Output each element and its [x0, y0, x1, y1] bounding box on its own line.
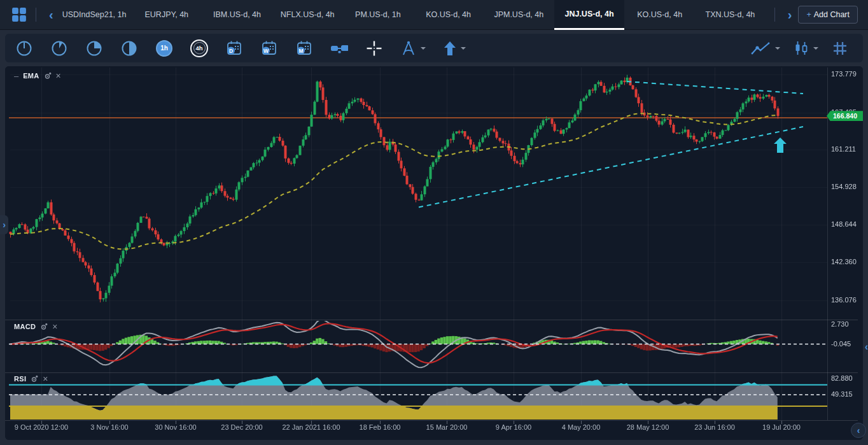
chevron-left-icon[interactable]: ‹: [45, 8, 57, 21]
timeframe-1m-button[interactable]: [15, 39, 33, 57]
timeframe-15m-button[interactable]: [85, 39, 103, 57]
timeframe-4h-label: 4h: [195, 45, 202, 52]
divider: [36, 8, 36, 22]
drawing-tools-button[interactable]: [400, 40, 426, 57]
rsi-label: RSI: [14, 375, 26, 383]
ema-label: EMA: [23, 72, 39, 80]
add-chart-label: Add Chart: [814, 10, 850, 19]
chart-toolbar: 1h 4h D W M: [5, 34, 863, 62]
collapse-icon[interactable]: –: [14, 72, 18, 80]
settings-gear-icon[interactable]: [31, 375, 38, 383]
chevron-down-icon: [775, 47, 780, 50]
ema-indicator-header: – EMA ×: [14, 71, 61, 80]
chart-type-button[interactable]: [793, 41, 818, 56]
chart-tab-jpm-us-d-4h[interactable]: JPM.US-d, 4h: [484, 0, 554, 30]
macd-indicator-header: MACD ×: [14, 322, 57, 331]
toolbar-right-group: [751, 39, 863, 57]
close-icon[interactable]: ×: [43, 374, 48, 383]
rsi-indicator-header: RSI ×: [14, 374, 48, 383]
tab-bar: ‹ USDIndSep21, 1hEURJPY, 4hIBM.US-d, 4hN…: [0, 0, 868, 30]
chart-tab-pm-us-d-1h[interactable]: PM.US-d, 1h: [343, 0, 414, 30]
chevron-down-icon: [461, 47, 466, 50]
chart-tab-ibm-us-d-4h[interactable]: IBM.US-d, 4h: [202, 0, 272, 30]
close-icon[interactable]: ×: [56, 71, 61, 80]
bottom-right-expander[interactable]: ‹: [851, 423, 866, 438]
chart-tabs: USDIndSep21, 1hEURJPY, 4hIBM.US-d, 4hNFL…: [57, 0, 766, 30]
weekly-letter: W: [263, 47, 269, 53]
apps-grid-icon[interactable]: [11, 7, 27, 22]
timeframe-5m-button[interactable]: [50, 39, 68, 57]
plus-icon: +: [806, 10, 811, 19]
chart-panel: – EMA × MACD × RSI × 166.840 173.779167.…: [5, 66, 863, 440]
settings-gear-icon[interactable]: [40, 323, 48, 330]
timeframe-weekly-button[interactable]: W: [260, 39, 278, 57]
settings-gear-icon[interactable]: [44, 72, 52, 80]
arrow-annotation-button[interactable]: [443, 41, 466, 56]
right-panel-expander[interactable]: ‹: [865, 341, 868, 353]
timeframe-daily-button[interactable]: D: [225, 39, 243, 57]
chevron-right-icon[interactable]: ›: [784, 8, 796, 21]
chevron-down-icon: [813, 47, 818, 50]
timeframe-1h-button[interactable]: 1h: [155, 39, 173, 57]
left-panel-expander[interactable]: ›: [0, 215, 8, 234]
chart-tab-nflx-us-d-4h[interactable]: NFLX.US-d, 4h: [272, 0, 343, 30]
grid-toggle-icon[interactable]: [831, 39, 849, 57]
chart-tab-txn-us-d-4h[interactable]: TXN.US-d, 4h: [695, 0, 766, 30]
buy-arrow-marker[interactable]: [774, 138, 787, 153]
daily-letter: D: [229, 47, 233, 53]
chart-tab-ko-us-d-4h[interactable]: KO.US-d, 4h: [413, 0, 484, 30]
timeframe-1h-label: 1h: [160, 45, 168, 52]
macd-label: MACD: [14, 323, 36, 330]
price-chart-canvas[interactable]: [5, 66, 863, 440]
timeframe-30m-button[interactable]: [120, 39, 138, 57]
trading-app: ‹ USDIndSep21, 1hEURJPY, 4hIBM.US-d, 4hN…: [0, 0, 868, 445]
timeframe-monthly-button[interactable]: M: [295, 39, 313, 57]
chart-tab-ko-us-d-4h[interactable]: KO.US-d, 4h: [624, 0, 695, 30]
crosshair-icon[interactable]: [365, 39, 383, 57]
timeframe-ticks-button[interactable]: [330, 39, 348, 57]
timeframe-4h-button-active[interactable]: 4h: [190, 39, 208, 57]
divider: [774, 8, 775, 22]
indicators-button[interactable]: [751, 41, 780, 56]
monthly-letter: M: [298, 47, 303, 53]
chart-tab-eurjpy-4h[interactable]: EURJPY, 4h: [131, 0, 202, 30]
chart-tab-usdindsep21-1h[interactable]: USDIndSep21, 1h: [57, 0, 132, 30]
close-icon[interactable]: ×: [52, 322, 57, 331]
add-chart-button[interactable]: +Add Chart: [798, 6, 858, 24]
chart-tab-jnj-us-d-4h[interactable]: JNJ.US-d, 4h: [554, 0, 625, 30]
chevron-down-icon: [421, 47, 426, 50]
